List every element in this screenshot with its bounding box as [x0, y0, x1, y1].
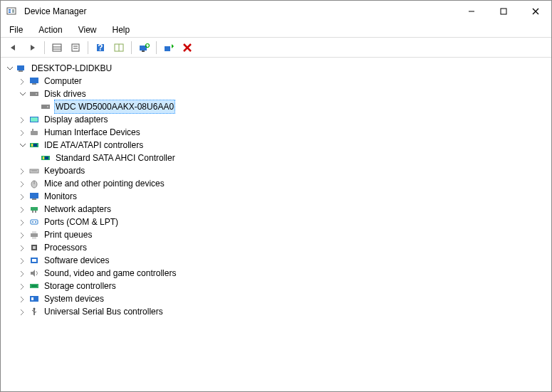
usb-icon	[28, 306, 40, 317]
svg-rect-28	[30, 92, 38, 96]
expand-icon[interactable]	[18, 256, 26, 265]
svg-rect-63	[30, 296, 38, 302]
svg-rect-2	[9, 11, 11, 13]
svg-point-52	[32, 221, 33, 223]
category-usb[interactable]: Universal Serial Bus controllers	[2, 305, 550, 318]
collapse-icon[interactable]	[18, 90, 26, 98]
svg-rect-47	[32, 198, 36, 200]
category-sound[interactable]: Sound, video and game controllers	[2, 267, 550, 280]
device-sata-ahci[interactable]: Standard SATA AHCI Controller	[2, 152, 550, 164]
expand-icon[interactable]	[18, 295, 26, 303]
menu-action[interactable]: Action	[36, 23, 65, 36]
action-pane-button[interactable]	[110, 40, 127, 55]
svg-rect-3	[12, 9, 14, 13]
device-tree[interactable]: DESKTOP-LDIDKBU Computer Disk drives WDC…	[1, 58, 551, 391]
category-network[interactable]: Network adapters	[2, 203, 550, 216]
category-print-queues[interactable]: Print queues	[2, 228, 550, 241]
keyboard-icon	[28, 165, 40, 176]
category-computer[interactable]: Computer	[2, 75, 550, 88]
expand-icon[interactable]	[18, 205, 26, 213]
expand-icon[interactable]	[18, 166, 26, 175]
svg-rect-24	[17, 65, 24, 70]
svg-rect-11	[72, 44, 79, 51]
category-system-devices[interactable]: System devices	[2, 292, 550, 305]
help-button[interactable]: ?	[92, 40, 109, 55]
category-storage-controllers[interactable]: Storage controllers	[2, 280, 550, 292]
network-adapter-icon	[28, 203, 40, 215]
svg-rect-8	[53, 44, 61, 51]
device-wdc[interactable]: WDC WD5000AAKX-08U6AA0	[2, 100, 550, 113]
expand-icon[interactable]	[18, 307, 26, 316]
window-title: Device Manager	[24, 6, 86, 16]
svg-point-53	[35, 221, 36, 223]
monitor-icon	[28, 191, 40, 202]
svg-rect-19	[142, 51, 145, 52]
forward-button[interactable]	[24, 40, 41, 55]
category-software-devices[interactable]: Software devices	[2, 254, 550, 267]
port-icon	[28, 216, 40, 228]
svg-rect-33	[31, 117, 38, 122]
computer-root-icon	[16, 63, 27, 74]
system-device-icon	[28, 293, 40, 304]
titlebar: Device Manager	[1, 1, 551, 22]
software-device-icon	[28, 255, 40, 266]
svg-rect-27	[32, 83, 36, 85]
svg-rect-62	[31, 285, 37, 287]
category-monitors[interactable]: Monitors	[2, 190, 550, 203]
ide-controller-icon	[40, 152, 51, 164]
svg-rect-25	[19, 70, 23, 72]
menu-view[interactable]: View	[75, 23, 100, 36]
expand-icon[interactable]	[18, 192, 26, 201]
expand-icon[interactable]	[18, 77, 26, 85]
menu-file[interactable]: File	[6, 23, 26, 36]
collapse-icon[interactable]	[18, 141, 26, 149]
minimize-button[interactable]	[455, 1, 487, 22]
svg-rect-50	[35, 211, 36, 213]
show-hide-console-tree-button[interactable]	[48, 40, 66, 55]
uninstall-device-button[interactable]	[179, 40, 196, 55]
add-legacy-hardware-button[interactable]	[160, 40, 177, 55]
display-adapter-icon	[28, 114, 40, 125]
category-keyboards[interactable]: Keyboards	[2, 164, 550, 177]
toolbar: ?	[1, 38, 551, 58]
expand-icon[interactable]	[18, 115, 26, 124]
category-ide[interactable]: IDE ATA/ATAPI controllers	[2, 139, 550, 152]
svg-rect-60	[32, 259, 36, 262]
svg-rect-0	[7, 8, 16, 14]
processor-icon	[28, 242, 40, 253]
expand-icon[interactable]	[18, 179, 26, 188]
selected-device-label: WDC WD5000AAKX-08U6AA0	[54, 100, 175, 114]
close-button[interactable]	[519, 1, 551, 22]
ide-controller-icon	[28, 139, 40, 151]
scan-hardware-button[interactable]	[135, 40, 152, 55]
svg-point-29	[36, 93, 37, 95]
category-display-adapters[interactable]: Display adapters	[2, 113, 550, 126]
svg-rect-48	[31, 207, 38, 211]
category-disk-drives[interactable]: Disk drives	[2, 88, 550, 100]
expand-icon[interactable]	[18, 128, 26, 137]
expand-icon[interactable]	[18, 282, 26, 290]
maximize-button[interactable]	[487, 1, 519, 22]
svg-rect-54	[31, 233, 38, 237]
back-button[interactable]	[5, 40, 22, 55]
tree-root[interactable]: DESKTOP-LDIDKBU	[2, 62, 550, 75]
svg-rect-34	[31, 131, 38, 135]
category-ports[interactable]: Ports (COM & LPT)	[2, 216, 550, 228]
category-mice[interactable]: Mice and other pointing devices	[2, 177, 550, 190]
svg-rect-37	[31, 144, 33, 147]
svg-rect-46	[30, 193, 38, 198]
category-processors[interactable]: Processors	[2, 241, 550, 254]
expand-icon[interactable]	[18, 218, 26, 226]
properties-button[interactable]	[67, 40, 84, 55]
category-hid[interactable]: Human Interface Devices	[2, 126, 550, 139]
expand-icon[interactable]	[18, 231, 26, 239]
expand-icon[interactable]	[18, 269, 26, 277]
sound-icon	[28, 267, 40, 279]
expand-icon[interactable]	[18, 243, 26, 252]
svg-rect-26	[30, 78, 38, 83]
menu-help[interactable]: Help	[110, 23, 133, 36]
svg-rect-41	[45, 157, 48, 159]
app-icon	[6, 6, 17, 17]
collapse-icon[interactable]	[5, 64, 14, 73]
svg-rect-56	[32, 237, 36, 239]
